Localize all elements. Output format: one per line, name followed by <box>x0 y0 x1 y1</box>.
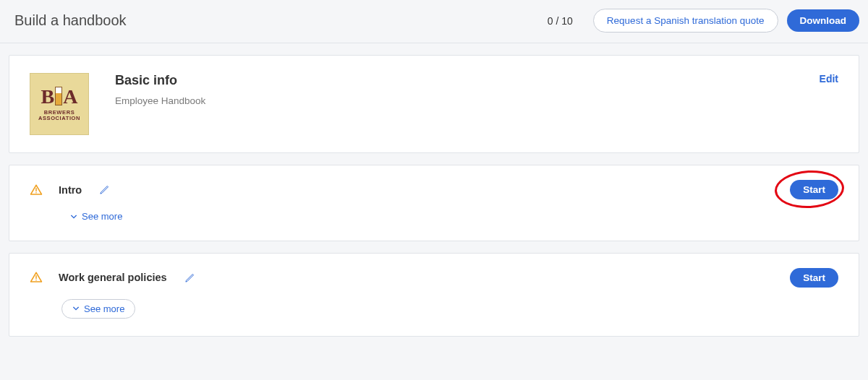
basic-info-card: B A BREWERS ASSOCIATION Basic info Emplo… <box>9 55 859 153</box>
section-row: Intro Start <box>30 180 838 199</box>
section-title: Intro <box>59 184 82 196</box>
header-bar: Build a handbook 0 / 10 Request a Spanis… <box>0 0 868 43</box>
progress-counter: 0 / 10 <box>548 15 573 27</box>
section-row: Work general policies Start <box>30 268 838 288</box>
basic-info-subtitle: Employee Handbook <box>115 95 205 106</box>
start-button[interactable]: Start <box>790 268 838 288</box>
chevron-down-icon <box>72 305 80 312</box>
pencil-icon[interactable] <box>184 272 195 283</box>
svg-point-3 <box>35 280 37 281</box>
basic-info-title: Basic info <box>115 73 205 88</box>
pencil-icon[interactable] <box>99 184 110 195</box>
edit-button[interactable]: Edit <box>820 73 838 85</box>
start-button[interactable]: Start <box>790 180 838 199</box>
start-button-wrap: Start <box>790 268 838 288</box>
basic-info-text: Basic info Employee Handbook <box>115 73 205 106</box>
section-title: Work general policies <box>59 272 167 283</box>
logo-sub-line2: ASSOCIATION <box>38 116 80 121</box>
see-more-toggle[interactable]: See more <box>61 299 135 319</box>
page-title: Build a handbook <box>14 12 548 29</box>
section-card: Work general policies Start See more <box>9 253 859 337</box>
see-more-toggle[interactable]: See more <box>70 211 122 222</box>
company-logo: B A BREWERS ASSOCIATION <box>30 73 89 135</box>
section-card: Intro Start See more <box>9 165 859 241</box>
start-button-wrap: Start <box>790 180 838 199</box>
svg-point-1 <box>35 191 37 193</box>
warning-icon <box>30 271 43 284</box>
warning-icon <box>30 183 43 197</box>
see-more-label: See more <box>82 211 122 222</box>
request-translation-button[interactable]: Request a Spanish translation quote <box>593 9 778 33</box>
beer-glass-icon <box>55 87 62 105</box>
logo-letter-a: A <box>63 87 77 107</box>
chevron-down-icon <box>70 213 77 220</box>
logo-letter-b: B <box>41 87 55 107</box>
download-button[interactable]: Download <box>787 9 860 32</box>
see-more-label: See more <box>84 303 124 314</box>
